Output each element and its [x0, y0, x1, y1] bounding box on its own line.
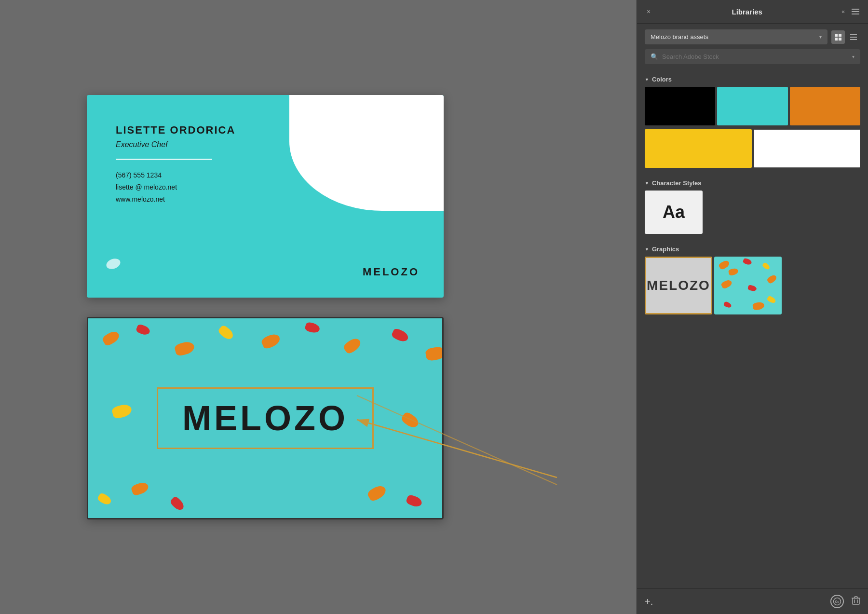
search-bar[interactable]: 🔍 ▾ [645, 49, 860, 64]
libraries-panel: × Libraries « Melozo brand assets ▾ [637, 0, 868, 614]
char-styles-triangle-icon: ▼ [645, 181, 649, 186]
svg-text:Cc: Cc [835, 600, 840, 603]
panel-menu-button[interactable] [851, 7, 860, 16]
graphic-card-melozo[interactable]: MELOZO [645, 257, 712, 314]
dropdown-chevron-icon: ▾ [819, 34, 822, 40]
search-icon: 🔍 [651, 53, 658, 60]
svg-rect-5 [835, 38, 838, 41]
bc-info: (567) 555 1234 lisette @ melozo.net www.… [116, 169, 235, 206]
bc-white-blob [289, 95, 444, 211]
graphic-card-pepper[interactable] [714, 257, 782, 314]
bc-email: lisette @ melozo.net [116, 181, 235, 193]
graphics-triangle-icon: ▼ [645, 247, 649, 252]
character-styles-section: ▼ Character Styles Aa [637, 176, 868, 234]
bc-content: LISETTE ORDORICA Executive Chef (567) 55… [116, 124, 235, 206]
creative-cloud-icon[interactable]: Cc [830, 595, 844, 608]
colors-title: Colors [652, 76, 672, 83]
bc-website: www.melozo.net [116, 193, 235, 205]
canvas-area: LISETTE ORDORICA Executive Chef (567) 55… [0, 0, 530, 614]
colors-section-header[interactable]: ▼ Colors [637, 72, 868, 87]
bc-title: Executive Chef [116, 140, 235, 149]
list-icon [850, 33, 857, 41]
grid-view-button[interactable] [831, 30, 845, 44]
color-swatch-yellow[interactable] [645, 129, 752, 168]
menu-line-3 [852, 14, 859, 14]
char-styles-title: Character Styles [652, 179, 702, 187]
library-dropdown[interactable]: Melozo brand assets ▾ [645, 29, 827, 44]
trash-button[interactable] [852, 596, 860, 608]
melozo-box: MELOZO [157, 387, 374, 449]
color-swatch-black[interactable] [645, 87, 715, 125]
panel-title: Libraries [732, 8, 762, 16]
add-button[interactable]: +. [645, 596, 653, 607]
bc-name: LISETTE ORDORICA [116, 124, 235, 136]
svg-rect-12 [853, 598, 859, 604]
grid-icon [834, 33, 842, 41]
business-card: LISETTE ORDORICA Executive Chef (567) 55… [87, 95, 444, 298]
panel-footer: +. Cc [637, 588, 868, 614]
svg-rect-6 [839, 38, 841, 41]
colors-grid [645, 87, 860, 125]
color-swatch-orange[interactable] [790, 87, 860, 125]
close-button[interactable]: × [645, 8, 652, 15]
search-expand-icon: ▾ [852, 54, 854, 59]
colors-triangle-icon: ▼ [645, 77, 649, 82]
graphics-section: ▼ Graphics MELOZO [637, 242, 868, 314]
graphics-title: Graphics [652, 246, 679, 253]
search-input[interactable] [662, 53, 848, 60]
svg-rect-9 [850, 39, 857, 40]
colors-grid-2 [645, 129, 860, 168]
expand-button[interactable]: « [841, 8, 845, 15]
view-icons [831, 30, 860, 44]
color-swatch-white[interactable] [754, 129, 861, 168]
pepper-banner: MELOZO [87, 317, 444, 519]
graphic-melozo-text: MELOZO [647, 278, 710, 293]
colors-section: ▼ Colors [637, 72, 868, 168]
cc-logo: Cc [833, 597, 841, 606]
char-style-card[interactable]: Aa [645, 191, 703, 234]
svg-rect-3 [835, 34, 838, 37]
graphics-grid: MELOZO [645, 257, 860, 314]
footer-icons: Cc [830, 595, 860, 608]
panel-header: × Libraries « [637, 0, 868, 24]
bc-logo: MELOZO [363, 266, 420, 278]
menu-line-2 [852, 11, 859, 12]
list-view-button[interactable] [847, 30, 860, 44]
menu-line-1 [852, 9, 859, 10]
svg-rect-4 [839, 34, 841, 37]
svg-rect-7 [850, 34, 857, 35]
bc-divider [116, 159, 212, 160]
trash-icon [852, 596, 860, 605]
graphics-section-header[interactable]: ▼ Graphics [637, 242, 868, 257]
char-style-text: Aa [663, 202, 685, 222]
melozo-banner-text: MELOZO [182, 398, 348, 438]
char-styles-section-header[interactable]: ▼ Character Styles [637, 176, 868, 191]
panel-header-right: « [841, 7, 860, 16]
library-name: Melozo brand assets [651, 33, 708, 41]
svg-rect-8 [850, 37, 857, 38]
bc-phone: (567) 555 1234 [116, 169, 235, 181]
svg-rect-14 [854, 597, 857, 598]
library-selector-row: Melozo brand assets ▾ [645, 29, 860, 44]
color-swatch-teal[interactable] [717, 87, 787, 125]
bc-small-blob [105, 257, 122, 271]
